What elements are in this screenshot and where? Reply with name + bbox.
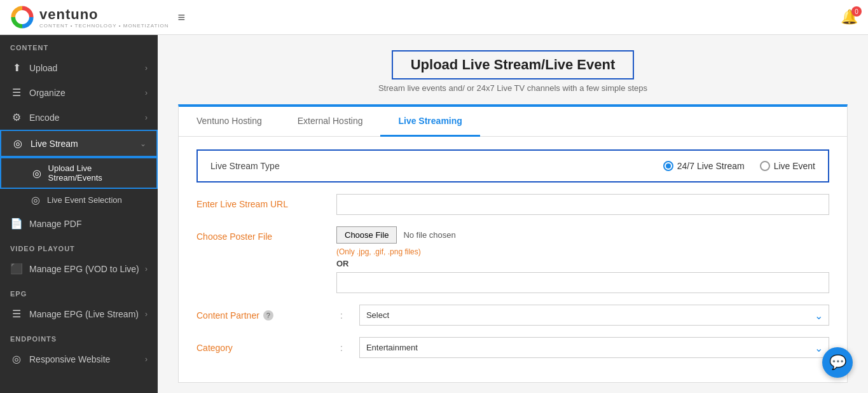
tab-live-streaming[interactable]: Live Streaming (380, 107, 479, 137)
chat-fab-button[interactable]: 💬 (822, 347, 853, 378)
encode-icon: ⚙ (10, 111, 23, 123)
live-stream-url-input[interactable] (336, 194, 829, 215)
category-select[interactable]: Entertainment (359, 337, 829, 358)
page-title: Upload Live Stream/Live Event (411, 57, 616, 73)
sidebar-label-manage-pdf: Manage PDF (29, 219, 81, 229)
file-input-row: Choose File No file chosen (336, 226, 829, 244)
sidebar: CONTENT ⬆ Upload › ☰ Organize › ⚙ Encode… (0, 35, 158, 393)
sidebar-section-video-playout: VIDEO PLAYOUT (0, 236, 158, 256)
content-partner-row: Content Partner ? : Select ⌄ (196, 305, 829, 326)
bell-button[interactable]: 🔔 0 (841, 9, 858, 25)
sidebar-label-livestream: Live Stream (31, 139, 78, 149)
chevron-down-icon: ⌄ (140, 139, 146, 148)
live-event-icon: ◎ (29, 194, 42, 206)
sidebar-item-manage-pdf[interactable]: 📄 Manage PDF (0, 211, 158, 236)
sidebar-label-upload: Upload (29, 63, 57, 73)
tabs-bar: Ventuno Hosting External Hosting Live St… (179, 107, 847, 137)
stream-type-radio-group: 24/7 Live Stream Live Event (663, 161, 815, 171)
live-stream-url-label: Enter Live Stream URL (196, 194, 324, 209)
sidebar-label-organize: Organize (29, 88, 65, 98)
sidebar-item-livestream[interactable]: ◎ Live Stream ⌄ (0, 130, 158, 157)
sidebar-item-organize[interactable]: ☰ Organize › (0, 80, 158, 105)
radio-live-event[interactable]: Live Event (760, 161, 815, 171)
notification-badge: 0 (851, 6, 862, 17)
hamburger-icon[interactable]: ≡ (178, 10, 186, 25)
content-card: Ventuno Hosting External Hosting Live St… (178, 104, 848, 383)
file-name-display: No file chosen (403, 230, 455, 240)
colon-divider: : (340, 310, 343, 321)
main-content: Upload Live Stream/Live Event Stream liv… (158, 35, 868, 393)
sidebar-section-content: CONTENT (0, 35, 158, 55)
content-partner-help-icon[interactable]: ? (263, 310, 273, 321)
chevron-icon: › (145, 310, 148, 319)
logo-icon (10, 5, 34, 29)
sidebar-label-live-event: Live Event Selection (47, 195, 122, 205)
sidebar-section-endpoints: ENDPOINTS (0, 326, 158, 347)
sidebar-label-responsive-website: Responsive Website (29, 354, 110, 364)
poster-url-input[interactable] (336, 272, 829, 293)
organize-icon: ☰ (10, 86, 23, 99)
sidebar-section-epg: EPG (0, 281, 158, 301)
upload-icon: ⬆ (10, 62, 23, 74)
page-subtitle: Stream live events and/ or 24x7 Live TV … (178, 83, 848, 93)
layout: CONTENT ⬆ Upload › ☰ Organize › ⚙ Encode… (0, 35, 868, 393)
topbar: ventuno CONTENT • TECHNOLOGY • MONETIZAT… (0, 0, 868, 35)
logo: ventuno CONTENT • TECHNOLOGY • MONETIZAT… (10, 5, 169, 29)
pdf-icon: 📄 (10, 217, 23, 230)
sidebar-item-encode[interactable]: ⚙ Encode › (0, 105, 158, 130)
form-body: Live Stream Type 24/7 Live Stream Live E… (179, 137, 847, 382)
sidebar-item-responsive-website[interactable]: ◎ Responsive Website › (0, 347, 158, 371)
website-icon: ◎ (10, 353, 23, 365)
epg-vod-icon: ⬛ (10, 263, 23, 275)
sidebar-label-encode: Encode (29, 113, 59, 123)
live-stream-url-row: Enter Live Stream URL (196, 194, 829, 215)
or-divider: OR (336, 259, 829, 268)
sidebar-item-live-event-selection[interactable]: ◎ Live Event Selection (0, 189, 158, 211)
colon-divider2: : (340, 343, 343, 353)
file-hint: (Only .jpg, .gif, .png files) (336, 247, 829, 256)
sidebar-item-upload[interactable]: ⬆ Upload › (0, 55, 158, 80)
tab-ventuno-hosting[interactable]: Ventuno Hosting (179, 107, 280, 137)
topbar-right: 🔔 0 (841, 9, 858, 25)
sidebar-label-upload-live: Upload Live Stream/Events (48, 163, 146, 183)
radio-247-livestream[interactable]: 24/7 Live Stream (663, 161, 745, 171)
radio-live-event-label: Live Event (774, 161, 815, 171)
livestream-icon: ◎ (11, 137, 24, 149)
topbar-left: ventuno CONTENT • TECHNOLOGY • MONETIZAT… (10, 5, 185, 29)
poster-file-label: Choose Poster File (196, 226, 324, 242)
radio-247-label: 24/7 Live Stream (677, 161, 745, 171)
choose-file-button[interactable]: Choose File (336, 226, 397, 244)
content-partner-select[interactable]: Select (359, 305, 829, 326)
sidebar-item-manage-epg-vod[interactable]: ⬛ Manage EPG (VOD to Live) › (0, 256, 158, 281)
logo-text: ventuno CONTENT • TECHNOLOGY • MONETIZAT… (39, 6, 169, 29)
epg-live-icon: ☰ (10, 308, 23, 320)
poster-file-row: Choose Poster File Choose File No file c… (196, 226, 829, 293)
chevron-icon: › (145, 88, 148, 97)
sidebar-item-upload-live[interactable]: ◎ Upload Live Stream/Events (0, 157, 158, 189)
chevron-icon: › (145, 113, 148, 122)
category-label: Category (196, 343, 233, 353)
radio-247-circle (663, 161, 673, 171)
content-partner-label: Content Partner (196, 310, 259, 321)
tab-external-hosting[interactable]: External Hosting (280, 107, 381, 137)
sidebar-item-manage-epg-live[interactable]: ☰ Manage EPG (Live Stream) › (0, 301, 158, 326)
stream-type-label: Live Stream Type (210, 161, 312, 171)
logo-sub: CONTENT • TECHNOLOGY • MONETIZATION (39, 23, 169, 29)
page-title-box: Upload Live Stream/Live Event (392, 50, 635, 79)
upload-live-icon: ◎ (31, 167, 43, 179)
logo-name: ventuno (39, 6, 169, 23)
radio-live-event-circle (760, 161, 770, 171)
sidebar-label-manage-epg-live: Manage EPG (Live Stream) (29, 309, 139, 319)
chevron-icon: › (145, 355, 148, 364)
sidebar-label-manage-epg-vod: Manage EPG (VOD to Live) (29, 264, 139, 274)
chevron-icon: › (145, 64, 148, 72)
category-row: Category : Entertainment ⌄ (196, 337, 829, 358)
stream-type-section: Live Stream Type 24/7 Live Stream Live E… (196, 149, 829, 183)
chevron-icon: › (145, 265, 148, 273)
page-header: Upload Live Stream/Live Event Stream liv… (178, 50, 848, 93)
